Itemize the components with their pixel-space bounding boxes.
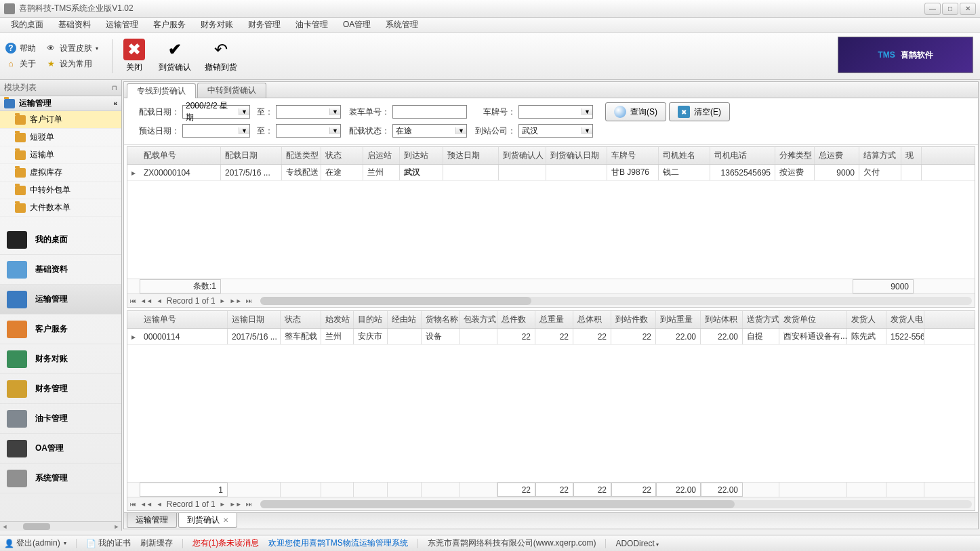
bignav-7[interactable]: OA管理 [0,434,121,464]
menu-finrec[interactable]: 财务对账 [194,18,240,32]
col-header[interactable]: 到货确认人 [499,147,546,164]
col-header[interactable]: 状态 [321,147,363,164]
bignav-4[interactable]: 财务对账 [0,344,121,374]
btab-transport[interactable]: 运输管理 [127,513,177,528]
check-icon: ✔ [164,39,186,60]
col-header[interactable]: 到货确认日期 [546,147,607,164]
col-header[interactable]: 始发站 [321,311,354,328]
input-estdate-from[interactable]: ▼ [182,124,250,138]
col-header[interactable]: 启运站 [363,147,400,164]
menu-desktop[interactable]: 我的桌面 [4,18,50,32]
col-header[interactable]: 车牌号 [607,147,659,164]
col-header[interactable]: 到站件数 [611,311,656,328]
sidebar-item-2[interactable]: 运输单 [0,146,121,164]
input-arriveco[interactable]: 武汉▼ [518,124,593,138]
col-header[interactable]: 结算方式 [859,147,901,164]
bignav-5[interactable]: 财务管理 [0,374,121,404]
sidebar-item-3[interactable]: 虚拟库存 [0,164,121,182]
cell [499,165,546,180]
search-button[interactable]: 查询(S) [605,102,666,121]
about-button[interactable]: ⌂关于 [5,58,36,70]
bignav-label: 财务管理 [35,383,68,394]
col-header[interactable]: 总体积 [573,311,611,328]
menu-customer[interactable]: 客户服务 [146,18,192,32]
sidebar-item-4[interactable]: 中转外包单 [0,182,121,199]
revoke-arrive-button[interactable]: ↶ 撤销到货 [198,39,244,73]
col-header[interactable]: 司机姓名 [659,147,710,164]
ado-mode[interactable]: ADODirect▾ [615,539,658,548]
sidebar-group-transport[interactable]: 运输管理 « [0,96,121,111]
menu-oa[interactable]: OA管理 [336,18,377,32]
menu-system[interactable]: 系统管理 [379,18,425,32]
my-cert-button[interactable]: 📄我的证书 [86,537,131,549]
btab-arrive-confirm[interactable]: 到货确认✕ [178,513,237,528]
cell: 设备 [422,329,460,344]
grid2-navigator[interactable]: ⏮◄◄◄ Record 1 of 1 ►►►⏭ [127,497,975,510]
input-loaddate-from[interactable]: 2000/2/2 星期▼ [182,105,250,119]
col-header[interactable]: 司机电话 [710,147,775,164]
menu-oilcard[interactable]: 油卡管理 [289,18,335,32]
col-header[interactable]: 发货人电 [886,311,924,328]
col-header[interactable]: 送货方式 [743,311,779,328]
col-header[interactable]: 发货人 [847,311,886,328]
tab-direct-arrive[interactable]: 专线到货确认 [127,83,196,98]
col-header[interactable]: 配送类型 [282,147,321,164]
bignav-3[interactable]: 客户服务 [0,314,121,344]
sidebar-item-5[interactable]: 大件数本单 [0,199,121,217]
col-header[interactable]: 配载单号 [140,147,221,164]
col-header[interactable]: 预达日期 [443,147,499,164]
help-button[interactable]: ?帮助 [5,43,36,54]
col-header[interactable]: 运输日期 [228,311,281,328]
table-row[interactable]: ▸ZX000001042017/5/16 ...专线配送在途兰州武汉甘B J98… [127,165,975,181]
col-header[interactable]: 货物名称 [422,311,460,328]
col-header[interactable]: 总运费 [815,147,859,164]
input-loadstatus[interactable]: 在途▼ [392,124,467,138]
set-common-button[interactable]: ★设为常用 [45,58,98,70]
col-header[interactable]: 到站体积 [701,311,743,328]
bignav-2[interactable]: 运输管理 [0,285,121,314]
bignav-0[interactable]: 我的桌面 [0,225,121,255]
sidebar-scrollbar[interactable]: ◄► [0,521,121,531]
close-icon[interactable]: ✕ [223,516,228,524]
col-header[interactable]: 经由站 [388,311,422,328]
grid1-navigator[interactable]: ⏮◄◄◄ Record 1 of 1 ►►►⏭ [127,293,975,307]
col-header[interactable]: 总件数 [497,311,535,328]
menu-finance[interactable]: 财务管理 [241,18,287,32]
col-header[interactable]: 到站重量 [656,311,701,328]
bignav-8[interactable]: 系统管理 [0,464,121,493]
col-header[interactable]: 分摊类型 [775,147,815,164]
col-header[interactable]: 配载日期 [221,147,282,164]
close-button[interactable]: ✖ 关闭 [117,39,152,73]
confirm-arrive-button[interactable]: ✔ 到货确认 [152,39,198,73]
skin-button[interactable]: 👁设置皮肤▾ [45,43,98,54]
col-header[interactable]: 运输单号 [140,311,228,328]
col-header[interactable]: 目的站 [354,311,388,328]
col-header[interactable]: 发货单位 [779,311,847,328]
close-window-button[interactable]: ✕ [960,3,976,15]
sidebar-item-0[interactable]: 客户订单 [0,111,121,129]
input-loadno[interactable] [392,105,467,119]
col-header[interactable]: 状态 [281,311,321,328]
pin-icon[interactable]: ⊓ [112,84,117,91]
menu-transport[interactable]: 运输管理 [99,18,145,32]
maximize-button[interactable]: □ [942,3,958,15]
col-header[interactable]: 包装方式 [460,311,497,328]
clear-button[interactable]: ✖清空(E) [669,102,730,121]
input-plate[interactable]: ▼ [518,105,593,119]
col-header[interactable]: 总重量 [535,311,573,328]
col-header[interactable]: 到达站 [400,147,443,164]
unread-msg[interactable]: 您有(1)条未读消息 [192,537,260,549]
sidebar-item-1[interactable]: 短驳单 [0,129,121,146]
logout-button[interactable]: 👤登出(admin)▾ [4,537,66,549]
menu-basedata[interactable]: 基础资料 [52,18,98,32]
input-loaddate-to[interactable]: ▼ [276,105,341,119]
filter-form: 配载日期： 2000/2/2 星期▼ 至： ▼ 装车单号： 车牌号： ▼ 查询(… [124,98,978,145]
col-header[interactable]: 现 [901,147,922,164]
table-row[interactable]: ▸000001142017/5/16 ...整车配载兰州安庆市设备2222222… [127,329,975,345]
bignav-1[interactable]: 基础资料 [0,255,121,285]
minimize-button[interactable]: — [924,3,941,15]
refresh-cache-button[interactable]: 刷新缓存 [140,537,173,549]
input-estdate-to[interactable]: ▼ [276,124,341,138]
bignav-6[interactable]: 油卡管理 [0,404,121,434]
tab-transfer-arrive[interactable]: 中转到货确认 [197,83,266,98]
